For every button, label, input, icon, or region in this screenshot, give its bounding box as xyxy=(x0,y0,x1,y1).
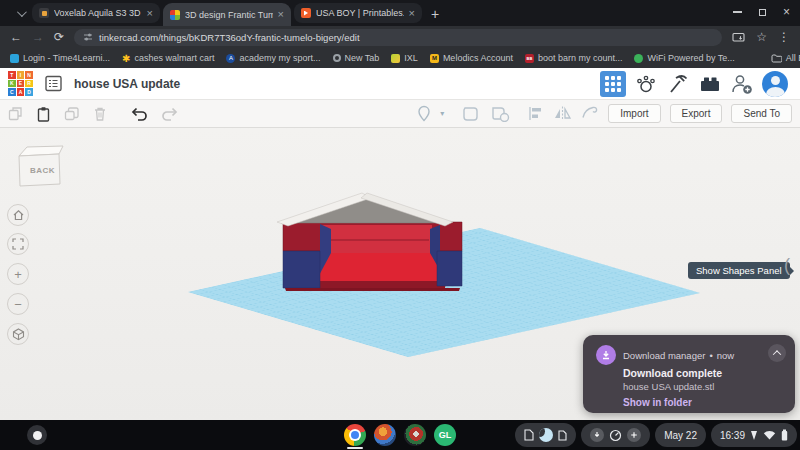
status-tray[interactable]: 16:39 xyxy=(711,423,797,447)
game-app-icon-1[interactable] xyxy=(374,424,396,446)
shapes-panel-tooltip: Show Shapes Panel xyxy=(688,262,790,279)
caret-down-icon[interactable]: ▾ xyxy=(440,109,444,118)
align-icon[interactable] xyxy=(527,105,544,122)
forward-button[interactable]: → xyxy=(32,31,44,43)
download-circle-icon[interactable] xyxy=(590,428,604,442)
shapes-panel-handle[interactable]: ( xyxy=(784,255,790,276)
copy-icon[interactable] xyxy=(8,106,23,121)
perspective-toggle-button[interactable] xyxy=(7,323,29,345)
tab-tinkercad-active[interactable]: 3D design Frantic Tumelo-Bige × xyxy=(163,3,291,26)
tote-tray[interactable] xyxy=(581,423,650,447)
maximize-button[interactable] xyxy=(759,9,766,16)
tab-voxelab[interactable]: Voxelab Aquila S3 3D Printer w × xyxy=(32,3,160,23)
tab-printables[interactable]: USA BOY | Printables.com × xyxy=(294,3,422,23)
bookmark-time4learning[interactable]: Login - Time4Learni... xyxy=(10,53,110,63)
bookmark-label: Melodics Account xyxy=(443,53,513,63)
tab-title: Voxelab Aquila S3 3D Printer w xyxy=(54,8,142,18)
site-settings-icon[interactable] xyxy=(83,32,93,42)
ruler-icon[interactable] xyxy=(581,105,599,122)
bookmark-label: New Tab xyxy=(345,53,380,63)
pickaxe-icon[interactable] xyxy=(666,72,690,96)
add-circle-icon[interactable] xyxy=(627,428,641,442)
dashboard-grid-button[interactable] xyxy=(600,71,626,97)
academy-favicon: A xyxy=(226,54,235,63)
view-cube-label: BACK xyxy=(30,166,55,175)
chrome-app-icon[interactable] xyxy=(344,424,366,446)
browser-menu-icon[interactable]: ⋮ xyxy=(778,31,790,43)
duplicate-icon[interactable] xyxy=(64,106,80,121)
file-icon xyxy=(558,430,567,441)
gl-app-icon[interactable]: GL xyxy=(434,424,456,446)
view-cube[interactable]: BACK xyxy=(14,142,68,192)
house-floor xyxy=(316,253,446,281)
launcher-button[interactable] xyxy=(27,425,47,445)
house-base-strip xyxy=(285,288,460,291)
group-icon[interactable] xyxy=(461,105,481,122)
undo-icon[interactable] xyxy=(130,106,148,121)
files-crescent-icon xyxy=(539,428,553,442)
add-person-icon[interactable] xyxy=(730,72,754,96)
notification-title: Download complete xyxy=(623,367,722,379)
new-tab-button[interactable]: + xyxy=(431,6,439,22)
3d-viewport[interactable]: BACK + − Show Shapes Panel ( Download ma… xyxy=(0,128,800,420)
paw-icon[interactable] xyxy=(634,72,658,96)
date-pill[interactable]: May 22 xyxy=(655,423,706,447)
notification-collapse-button[interactable] xyxy=(768,344,786,362)
send-to-button[interactable]: Send To xyxy=(731,104,792,123)
redo-icon[interactable] xyxy=(161,106,179,121)
zoom-in-button[interactable]: + xyxy=(7,263,29,285)
tab-title: USA BOY | Printables.com xyxy=(316,8,404,18)
paste-icon[interactable] xyxy=(36,106,51,122)
bookmark-star-icon[interactable]: ☆ xyxy=(756,31,767,43)
export-button[interactable]: Export xyxy=(670,104,723,123)
design-title[interactable]: house USA update xyxy=(74,77,180,91)
chevron-up-icon xyxy=(773,350,781,358)
tab-strip: Voxelab Aquila S3 3D Printer w × 3D desi… xyxy=(0,0,800,26)
bookmark-walmart[interactable]: ✱ cashes walmart cart xyxy=(122,53,214,64)
bookmark-bootbarn[interactable]: BB boot barn my count... xyxy=(525,53,623,63)
minimize-button[interactable] xyxy=(733,11,742,13)
download-manager-icon xyxy=(596,345,616,365)
address-bar[interactable]: tinkercad.com/things/bKDR7T36odY-frantic… xyxy=(74,29,722,46)
house-right-navy-block xyxy=(437,251,462,286)
close-tab-icon[interactable]: × xyxy=(147,8,153,19)
home-view-button[interactable] xyxy=(7,204,29,226)
back-button[interactable]: ← xyxy=(10,31,22,43)
minus-icon: − xyxy=(14,298,22,311)
close-tab-icon[interactable]: × xyxy=(409,8,415,19)
ungroup-icon[interactable] xyxy=(490,105,510,122)
tinkercad-logo[interactable]: TINKERCAD xyxy=(8,71,33,96)
profile-avatar[interactable] xyxy=(762,71,788,97)
close-window-button[interactable]: × xyxy=(783,6,790,18)
bookmark-new-tab[interactable]: New Tab xyxy=(333,53,380,63)
zoom-out-button[interactable]: − xyxy=(7,293,29,315)
game-app-icon-2[interactable] xyxy=(404,424,426,446)
bookmark-label: WiFi Powered by Te... xyxy=(647,53,734,63)
reload-button[interactable]: ⟳ xyxy=(54,31,64,43)
show-in-folder-link[interactable]: Show in folder xyxy=(623,397,692,408)
install-app-icon[interactable] xyxy=(732,32,745,43)
date-label: May 22 xyxy=(664,430,697,441)
mirror-icon[interactable] xyxy=(553,105,572,122)
bookmark-academy[interactable]: A academy my sport... xyxy=(226,53,320,63)
bookmark-melodics[interactable]: M Melodics Account xyxy=(430,53,513,63)
design-properties-icon[interactable] xyxy=(45,75,62,92)
workplane-pin-icon[interactable] xyxy=(417,105,431,122)
all-bookmarks-button[interactable]: All Bookmarks xyxy=(771,53,800,63)
notification-separator: • xyxy=(709,350,712,361)
walmart-spark-icon: ✱ xyxy=(122,53,130,64)
bookmark-ixl[interactable]: IXL xyxy=(391,53,418,63)
bookmark-label: cashes walmart cart xyxy=(134,53,214,63)
brick-icon[interactable] xyxy=(698,73,722,95)
melodics-favicon: M xyxy=(430,54,439,63)
bookmark-wifi[interactable]: WiFi Powered by Te... xyxy=(634,53,734,63)
timer-icon[interactable] xyxy=(609,429,622,442)
import-button[interactable]: Import xyxy=(608,104,660,123)
house-model[interactable] xyxy=(277,193,462,291)
notification-icons-tray[interactable] xyxy=(515,423,576,447)
tab-search-button[interactable] xyxy=(8,2,32,24)
fit-view-button[interactable] xyxy=(7,233,29,255)
close-tab-icon[interactable]: × xyxy=(278,9,284,20)
download-notification[interactable]: Download manager • now Download complete… xyxy=(583,335,795,413)
delete-icon[interactable] xyxy=(93,106,107,122)
